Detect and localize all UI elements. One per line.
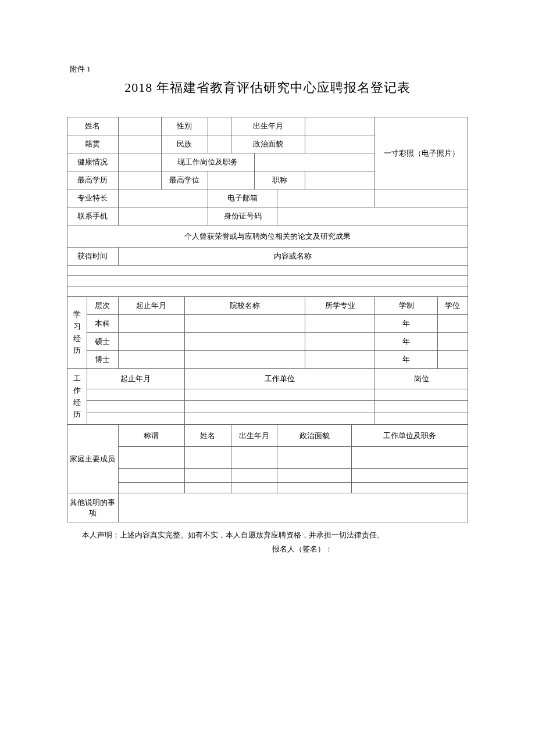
field-undergrad-system[interactable]: 年 (375, 315, 438, 333)
field-other-notes[interactable] (118, 493, 468, 522)
label-study-history: 学 习经 历 (67, 297, 87, 369)
label-photo: 一寸彩照（电子照片） (375, 117, 468, 189)
honors-row[interactable] (67, 286, 468, 297)
declaration-line1: 本人声明：上述内容真实完整。如有不实，本人自愿放弃应聘资格，并承担一切法律责任。 (67, 528, 468, 542)
field-fam-work[interactable] (352, 447, 468, 469)
field-work-post[interactable] (375, 401, 468, 413)
field-doctor-major[interactable] (305, 351, 375, 369)
label-idcard: 身份证号码 (208, 207, 277, 225)
label-birth: 出生年月 (231, 117, 305, 135)
field-fam-name[interactable] (184, 447, 231, 469)
field-doctor-school[interactable] (184, 351, 305, 369)
label-doctor: 博士 (87, 351, 118, 369)
label-work-unit: 工作单位 (184, 369, 374, 389)
label-other-notes: 其他说明的事项 (67, 493, 119, 522)
field-fam-relation[interactable] (118, 469, 184, 483)
label-email: 电子邮箱 (208, 189, 277, 207)
declaration-line2: 报名人（签名）： (67, 542, 468, 556)
honors-row[interactable] (67, 276, 468, 286)
field-email[interactable] (277, 189, 375, 207)
field-work-unit[interactable] (184, 413, 374, 424)
field-master-school[interactable] (184, 333, 305, 351)
declaration: 本人声明：上述内容真实完整。如有不实，本人自愿放弃应聘资格，并承担一切法律责任。… (67, 528, 468, 556)
label-gain-time: 获得时间 (67, 248, 119, 266)
label-political: 政治面貌 (231, 135, 305, 153)
field-prof-title[interactable] (305, 171, 375, 189)
field-fam-relation[interactable] (118, 483, 184, 493)
field-health[interactable] (118, 153, 161, 171)
field-work-period[interactable] (87, 413, 184, 424)
label-current-job: 现工作岗位及职务 (161, 153, 254, 171)
label-fam-political: 政治面貌 (277, 425, 352, 447)
label-level: 层次 (87, 297, 118, 315)
field-undergrad-school[interactable] (184, 315, 305, 333)
field-fam-birth[interactable] (231, 469, 277, 483)
label-degree: 学位 (437, 297, 468, 315)
field-fam-political[interactable] (277, 469, 352, 483)
field-origin[interactable] (118, 135, 161, 153)
field-specialty[interactable] (118, 189, 208, 207)
label-content-name: 内容或名称 (118, 248, 468, 266)
field-work-unit[interactable] (184, 389, 374, 401)
label-gender: 性别 (161, 117, 208, 135)
label-post: 岗位 (375, 369, 468, 389)
label-work-period: 起止年月 (87, 369, 184, 389)
label-work-history: 工 作经 历 (67, 369, 87, 425)
label-fam-work: 工作单位及职务 (352, 425, 468, 447)
field-fam-birth[interactable] (231, 447, 277, 469)
field-fam-name[interactable] (184, 483, 231, 493)
label-school: 院校名称 (184, 297, 305, 315)
honors-header: 个人曾获荣誉或与应聘岗位相关的论文及研究成果 (67, 225, 468, 248)
label-origin: 籍贯 (67, 135, 119, 153)
label-master: 硕士 (87, 333, 118, 351)
label-fam-name: 姓名 (184, 425, 231, 447)
field-undergrad-period[interactable] (118, 315, 184, 333)
field-work-post[interactable] (375, 389, 468, 401)
field-master-system[interactable]: 年 (375, 333, 438, 351)
field-highest-degree[interactable] (208, 171, 254, 189)
field-fam-political[interactable] (277, 483, 352, 493)
field-fam-work[interactable] (352, 469, 468, 483)
label-start-end: 起止年月 (118, 297, 184, 315)
field-work-period[interactable] (87, 389, 184, 401)
field-undergrad-degree[interactable] (437, 315, 468, 333)
field-birth[interactable] (305, 117, 375, 135)
label-specialty: 专业特长 (67, 189, 119, 207)
field-name[interactable] (118, 117, 161, 135)
label-highest-edu: 最高学历 (67, 171, 119, 189)
field-phone[interactable] (118, 207, 208, 225)
field-email-ext[interactable] (375, 189, 468, 207)
field-doctor-period[interactable] (118, 351, 184, 369)
label-school-system: 学制 (375, 297, 438, 315)
registration-form: 姓名 性别 出生年月 一寸彩照（电子照片） 籍贯 民族 政治面貌 健康情况 现工… (67, 117, 468, 522)
label-highest-degree: 最高学位 (161, 171, 208, 189)
field-master-degree[interactable] (437, 333, 468, 351)
field-fam-name[interactable] (184, 469, 231, 483)
field-doctor-degree[interactable] (437, 351, 468, 369)
field-work-unit[interactable] (184, 401, 374, 413)
field-master-major[interactable] (305, 333, 375, 351)
field-doctor-system[interactable]: 年 (375, 351, 438, 369)
field-work-post[interactable] (375, 413, 468, 424)
label-major: 所学专业 (305, 297, 375, 315)
field-highest-edu[interactable] (118, 171, 161, 189)
honors-row[interactable] (67, 266, 468, 276)
label-prof-title: 职称 (254, 171, 305, 189)
field-idcard[interactable] (277, 207, 468, 225)
label-name: 姓名 (67, 117, 119, 135)
field-ethnic[interactable] (208, 135, 231, 153)
field-gender[interactable] (208, 117, 231, 135)
field-work-period[interactable] (87, 401, 184, 413)
field-fam-relation[interactable] (118, 447, 184, 469)
page-title: 2018 年福建省教育评估研究中心应聘报名登记表 (67, 79, 468, 96)
label-fam-birth: 出生年月 (231, 425, 277, 447)
field-political[interactable] (305, 135, 375, 153)
field-fam-political[interactable] (277, 447, 352, 469)
label-phone: 联系手机 (67, 207, 119, 225)
field-fam-work[interactable] (352, 483, 468, 493)
field-undergrad-major[interactable] (305, 315, 375, 333)
label-family: 家庭主要成员 (67, 425, 119, 493)
field-current-job[interactable] (254, 153, 375, 171)
field-fam-birth[interactable] (231, 483, 277, 493)
field-master-period[interactable] (118, 333, 184, 351)
